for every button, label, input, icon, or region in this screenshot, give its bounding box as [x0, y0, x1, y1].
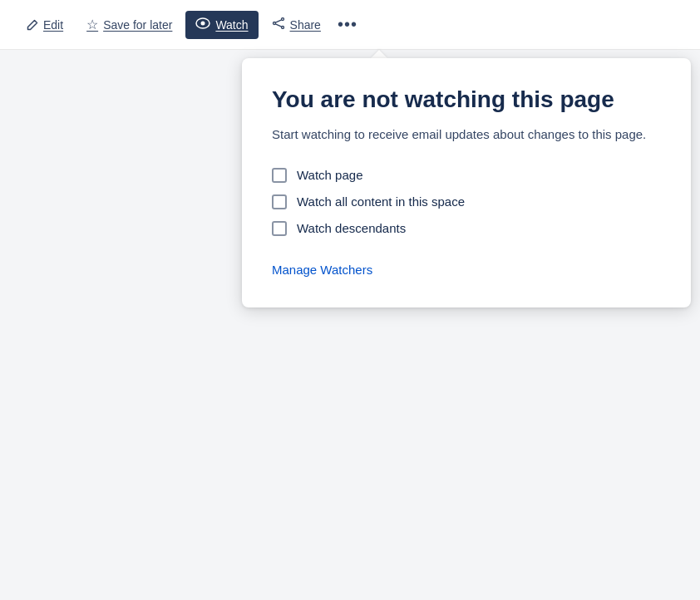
svg-point-3 [281, 27, 283, 29]
watch-popup: You are not watching this page Start wat… [242, 50, 691, 307]
share-icon [272, 17, 285, 32]
svg-line-5 [275, 20, 281, 22]
more-options-button[interactable]: ••• [334, 12, 361, 38]
popup-description: Start watching to receive email updates … [272, 125, 661, 145]
svg-line-6 [275, 24, 281, 27]
watch-space-checkbox[interactable] [272, 194, 287, 209]
watch-descendants-checkbox[interactable] [272, 221, 287, 236]
svg-point-4 [273, 22, 275, 25]
watch-space-label: Watch all content in this space [297, 194, 465, 209]
ellipsis-icon: ••• [338, 15, 357, 34]
share-button[interactable]: Share [262, 11, 331, 38]
popup-arrow [371, 50, 387, 58]
manage-watchers-link[interactable]: Manage Watchers [272, 263, 372, 277]
eye-icon [195, 17, 210, 32]
svg-point-1 [201, 21, 205, 25]
toolbar: Edit ☆ Save for later Watch Share ••• [0, 0, 700, 50]
svg-point-2 [281, 18, 283, 21]
watch-options: Watch page Watch all content in this spa… [272, 168, 661, 236]
popup-card: You are not watching this page Start wat… [242, 58, 691, 307]
edit-button[interactable]: Edit [17, 12, 73, 38]
watch-page-checkbox[interactable] [272, 168, 287, 183]
pencil-icon [27, 19, 38, 31]
watch-descendants-option[interactable]: Watch descendants [272, 221, 661, 236]
watch-page-option[interactable]: Watch page [272, 168, 661, 183]
watch-button[interactable]: Watch [185, 11, 258, 39]
popup-title: You are not watching this page [272, 85, 661, 114]
star-icon: ☆ [86, 17, 98, 32]
watch-space-option[interactable]: Watch all content in this space [272, 194, 661, 209]
watch-descendants-label: Watch descendants [297, 221, 406, 235]
watch-page-label: Watch page [297, 168, 363, 182]
save-for-later-button[interactable]: ☆ Save for later [76, 10, 182, 39]
